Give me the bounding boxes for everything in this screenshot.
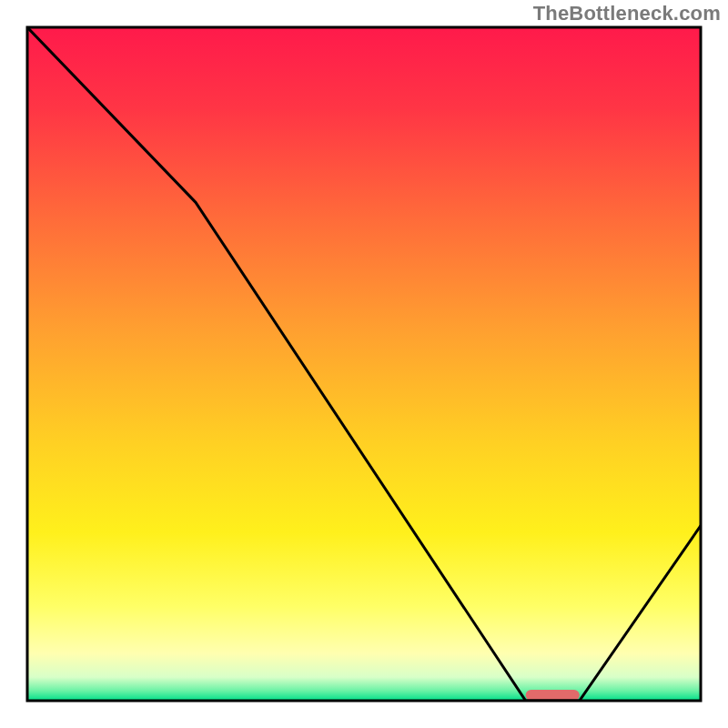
watermark-text: TheBottleneck.com xyxy=(533,2,721,25)
bottleneck-chart xyxy=(0,0,728,728)
plot-background xyxy=(27,27,701,701)
chart-container: TheBottleneck.com xyxy=(0,0,728,728)
optimal-range-marker xyxy=(526,690,580,701)
